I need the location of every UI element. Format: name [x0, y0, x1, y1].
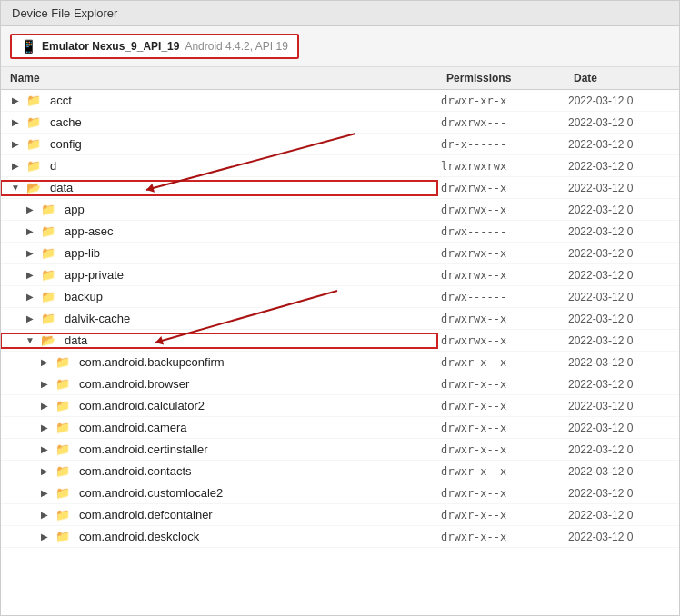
file-row-app-private[interactable]: ▶📁app-privatedrwxrwx--x2022-03-12 0: [1, 264, 679, 286]
file-name-cell: ▶📁dalvik-cache: [1, 312, 437, 326]
date-cell: 2022-03-12 0: [565, 204, 679, 216]
folder-icon: 📁: [26, 115, 41, 129]
file-name-cell: ▶📁cache: [1, 115, 437, 130]
folder-icon: 📁: [55, 508, 70, 522]
perm-cell: drwxrwx--x: [437, 313, 565, 325]
file-name-cell: ▶📁app-private: [1, 268, 437, 283]
perm-cell: drwxrwx--x: [437, 204, 565, 216]
folder-icon: 📁: [55, 377, 70, 391]
file-label: backup: [65, 290, 103, 303]
device-icon: 📱: [21, 39, 36, 54]
file-row-com.android.contacts[interactable]: ▶📁com.android.contactsdrwxr-x--x2022-03-…: [1, 461, 679, 482]
expand-btn[interactable]: ▼: [8, 181, 23, 195]
file-row-com.android.calculator2[interactable]: ▶📁com.android.calculator2drwxr-x--x2022-…: [1, 395, 679, 417]
expand-btn[interactable]: ▶: [23, 268, 37, 283]
file-row-com.android.certinstaller[interactable]: ▶📁com.android.certinstallerdrwxr-x--x202…: [1, 439, 679, 461]
folder-icon: 📁: [55, 421, 70, 434]
perm-cell: drwxr-x--x: [437, 422, 565, 434]
file-row-d[interactable]: ▶📁dlrwxrwxrwx2022-03-12 0: [1, 155, 679, 177]
perm-cell: drwxr-x--x: [437, 378, 565, 391]
file-row-backup[interactable]: ▶📁backupdrwx------2022-03-12 0: [1, 286, 679, 308]
expand-btn[interactable]: ▶: [37, 399, 52, 413]
file-row-app-lib[interactable]: ▶📁app-libdrwxrwx--x2022-03-12 0: [1, 243, 679, 264]
date-cell: 2022-03-12 0: [565, 94, 679, 107]
date-cell: 2022-03-12 0: [565, 160, 679, 173]
perm-cell: drwxrwx--x: [437, 334, 565, 347]
file-row-data[interactable]: ▼📂datadrwxrwx--x2022-03-12 0: [1, 177, 679, 199]
file-label: com.android.browser: [79, 377, 189, 391]
date-cell: 2022-03-12 0: [565, 182, 679, 194]
expand-btn[interactable]: ▶: [37, 442, 52, 457]
date-cell: 2022-03-12 0: [565, 378, 679, 391]
file-row-com.android.customlocale2[interactable]: ▶📁com.android.customlocale2drwxr-x--x202…: [1, 482, 679, 504]
date-cell: 2022-03-12 0: [565, 269, 679, 282]
file-row-com.android.browser[interactable]: ▶📁com.android.browserdrwxr-x--x2022-03-1…: [1, 373, 679, 395]
file-row-data2[interactable]: ▼📂datadrwxrwx--x2022-03-12 0: [1, 330, 679, 352]
perm-cell: drwxr-x--x: [437, 487, 565, 500]
expand-btn[interactable]: ▶: [37, 377, 52, 392]
file-row-cache[interactable]: ▶📁cachedrwxrwx---2022-03-12 0: [1, 112, 679, 134]
file-name-cell: ▶📁d: [1, 159, 437, 174]
file-name-cell: ▶📁app-asec: [1, 224, 437, 239]
file-row-com.android.camera[interactable]: ▶📁com.android.cameradrwxr-x--x2022-03-12…: [1, 417, 679, 439]
device-badge[interactable]: 📱 Emulator Nexus_9_API_19 Android 4.4.2,…: [10, 34, 299, 59]
date-cell: 2022-03-12 0: [565, 138, 679, 151]
file-label: acct: [50, 94, 72, 107]
file-row-acct[interactable]: ▶📁acctdrwxr-xr-x2022-03-12 0: [1, 90, 679, 112]
file-row-app-asec[interactable]: ▶📁app-asecdrwx------2022-03-12 0: [1, 221, 679, 243]
expand-btn[interactable]: ▶: [23, 290, 37, 304]
file-row-com.android.backupconfirm[interactable]: ▶📁com.android.backupconfirmdrwxr-x--x202…: [1, 352, 679, 373]
expand-btn[interactable]: ▶: [37, 508, 52, 522]
date-cell: 2022-03-12 0: [565, 116, 679, 129]
perm-cell: dr-x------: [437, 138, 565, 151]
perm-cell: drwxrwx--x: [437, 182, 565, 194]
col-date: Date: [574, 72, 670, 84]
file-label: com.android.contacts: [79, 464, 192, 478]
expand-btn[interactable]: ▶: [23, 203, 37, 217]
folder-icon: 📁: [55, 530, 70, 543]
expand-btn[interactable]: ▶: [8, 94, 23, 108]
expand-btn[interactable]: ▶: [37, 421, 52, 435]
file-label: com.android.certinstaller: [79, 442, 208, 456]
file-name-cell: ▶📁com.android.browser: [1, 377, 437, 392]
folder-icon: 📁: [55, 486, 70, 500]
file-label: com.android.customlocale2: [79, 486, 223, 500]
file-row-dalvik-cache[interactable]: ▶📁dalvik-cachedrwxrwx--x2022-03-12 0: [1, 308, 679, 330]
file-row-com.android.defcontainer[interactable]: ▶📁com.android.defcontainerdrwxr-x--x2022…: [1, 504, 679, 526]
file-label: app-asec: [65, 224, 113, 238]
expand-btn[interactable]: ▶: [8, 115, 23, 130]
date-cell: 2022-03-12 0: [565, 225, 679, 238]
file-list: ▶📁acctdrwxr-xr-x2022-03-12 0▶📁cachedrwxr…: [1, 90, 679, 615]
date-cell: 2022-03-12 0: [565, 422, 679, 434]
folder-icon: 📂: [26, 181, 41, 194]
folder-icon: 📁: [26, 94, 41, 107]
expand-btn[interactable]: ▶: [8, 137, 23, 152]
expand-btn[interactable]: ▶: [37, 355, 52, 370]
perm-cell: drwxr-x--x: [437, 400, 565, 412]
expand-btn[interactable]: ▶: [37, 530, 52, 544]
file-row-com.android.deskclock[interactable]: ▶📁com.android.deskclockdrwxr-x--x2022-03…: [1, 526, 679, 548]
folder-icon: 📁: [55, 442, 70, 456]
file-label: com.android.calculator2: [79, 399, 205, 412]
file-label: com.android.backupconfirm: [79, 355, 225, 369]
file-row-config[interactable]: ▶📁configdr-x------2022-03-12 0: [1, 134, 679, 155]
expand-btn[interactable]: ▶: [37, 486, 52, 501]
date-cell: 2022-03-12 0: [565, 465, 679, 478]
file-name-cell: ▼📂data: [1, 181, 437, 195]
expand-btn[interactable]: ▶: [8, 159, 23, 174]
file-row-app[interactable]: ▶📁appdrwxrwx--x2022-03-12 0: [1, 199, 679, 221]
file-name-cell: ▶📁com.android.certinstaller: [1, 442, 437, 457]
file-name-cell: ▶📁com.android.camera: [1, 421, 437, 435]
panel-title: Device File Explorer: [1, 1, 679, 26]
expand-btn[interactable]: ▶: [23, 224, 37, 239]
device-file-explorer-panel: Device File Explorer 📱 Emulator Nexus_9_…: [0, 0, 680, 616]
file-label: com.android.deskclock: [79, 530, 199, 543]
perm-cell: drwxrwx---: [437, 116, 565, 129]
expand-btn[interactable]: ▶: [37, 464, 52, 479]
expand-btn[interactable]: ▶: [23, 312, 37, 326]
device-info: Android 4.4.2, API 19: [185, 40, 287, 53]
file-label: dalvik-cache: [65, 312, 130, 325]
perm-cell: drwxrwx--x: [437, 247, 565, 260]
expand-btn[interactable]: ▼: [23, 333, 37, 348]
expand-btn[interactable]: ▶: [23, 246, 37, 261]
